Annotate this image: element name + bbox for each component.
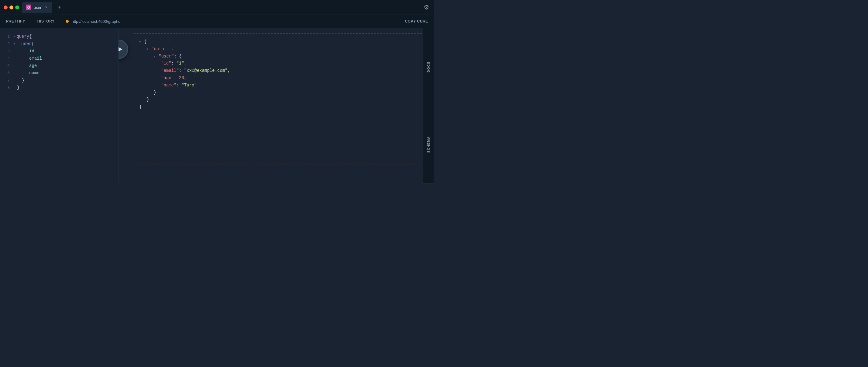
code-line-1: 1 ▼ query { [0, 33, 118, 40]
play-button-container [119, 31, 128, 59]
schema-tab[interactable]: SCHEMA [423, 106, 434, 184]
result-line-2: ▼ "data": { [139, 46, 420, 53]
code-line-2: 2 ▼ user { [0, 40, 118, 48]
code-line-8: 8 } [0, 84, 118, 91]
result-line-9: } [139, 96, 420, 104]
result-line-10: } [139, 104, 420, 111]
close-button[interactable] [4, 5, 8, 9]
url-text: http://localhost:4000/graphql [72, 19, 121, 24]
code-line-6: 6 name [0, 69, 118, 77]
result-line-3: ▼ "user": { [139, 53, 420, 60]
result-line-8: } [139, 89, 420, 96]
code-line-5: 5 age [0, 62, 118, 69]
result-line-5: "email": "xxx@example.com", [139, 67, 420, 75]
main-content: 1 ▼ query { 2 ▼ user { 3 id 4 email 5 ag… [0, 28, 434, 184]
url-status-dot [66, 20, 69, 23]
result-line-1: ▼ { [139, 38, 420, 46]
result-line-4: "id": "1", [139, 60, 420, 67]
code-line-4: 4 email [0, 55, 118, 62]
result-dashed-box: ▼ { ▼ "data": { ▼ "user": { "id": "1", "… [134, 33, 425, 165]
result-line-7: "name": "Taro" [139, 82, 420, 89]
tab-label: user [34, 5, 41, 10]
result-code: ▼ { ▼ "data": { ▼ "user": { "id": "1", "… [139, 38, 420, 111]
result-panel: ▼ { ▼ "data": { ▼ "user": { "id": "1", "… [119, 28, 434, 184]
play-icon [119, 46, 122, 53]
code-line-7: 7 } [0, 77, 118, 84]
add-tab-button[interactable]: + [55, 3, 64, 11]
result-line-6: "age": 20, [139, 75, 420, 82]
maximize-button[interactable] [15, 5, 19, 9]
tab-close-button[interactable]: × [44, 5, 49, 10]
code-line-3: 3 id [0, 48, 118, 55]
side-panel: DOCS SCHEMA [423, 28, 434, 184]
settings-button[interactable]: ⚙ [424, 4, 429, 11]
editor-panel: 1 ▼ query { 2 ▼ user { 3 id 4 email 5 ag… [0, 28, 119, 184]
history-button[interactable]: HISTORY [31, 15, 61, 28]
tab-icon: Q [26, 5, 31, 10]
tab-user[interactable]: Q user × [22, 2, 52, 13]
toolbar: PRETTIFY HISTORY http://localhost:4000/g… [0, 15, 434, 28]
docs-tab[interactable]: DOCS [423, 28, 434, 106]
copy-curl-button[interactable]: COPY CURL [399, 15, 434, 28]
window-controls [4, 5, 19, 9]
title-bar: Q user × + ⚙ [0, 0, 434, 15]
prettify-button[interactable]: PRETTIFY [0, 15, 31, 28]
minimize-button[interactable] [9, 5, 13, 9]
execute-button[interactable] [119, 39, 128, 59]
url-bar: http://localhost:4000/graphql [61, 15, 399, 28]
